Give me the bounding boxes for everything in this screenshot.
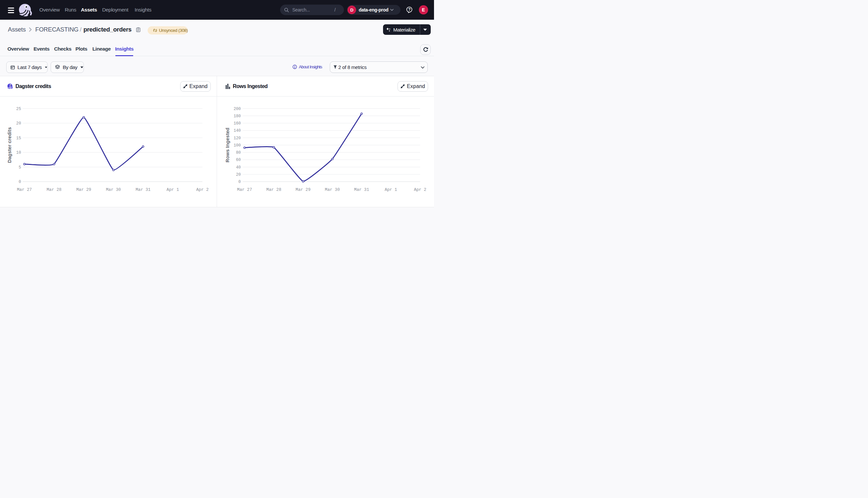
svg-text:25: 25 bbox=[16, 107, 21, 112]
svg-text:80: 80 bbox=[236, 150, 241, 155]
svg-text:Apr 1: Apr 1 bbox=[385, 187, 397, 192]
svg-text:140: 140 bbox=[233, 129, 241, 133]
svg-text:100: 100 bbox=[233, 143, 241, 148]
svg-text:Mar 27: Mar 27 bbox=[237, 187, 252, 192]
svg-text:15: 15 bbox=[16, 136, 21, 141]
svg-text:Mar 28: Mar 28 bbox=[266, 187, 281, 192]
svg-text:180: 180 bbox=[233, 114, 241, 119]
svg-text:Mar 27: Mar 27 bbox=[17, 187, 32, 192]
svg-text:200: 200 bbox=[233, 107, 241, 112]
svg-text:Apr 2: Apr 2 bbox=[196, 187, 209, 192]
svg-text:Mar 29: Mar 29 bbox=[76, 187, 91, 192]
svg-text:0: 0 bbox=[19, 180, 21, 184]
svg-text:Mar 31: Mar 31 bbox=[354, 187, 369, 192]
svg-text:Mar 31: Mar 31 bbox=[136, 187, 151, 192]
svg-text:Mar 28: Mar 28 bbox=[47, 187, 62, 192]
svg-text:Mar 30: Mar 30 bbox=[106, 187, 121, 192]
svg-text:60: 60 bbox=[236, 158, 241, 162]
svg-text:10: 10 bbox=[16, 150, 21, 155]
svg-text:0: 0 bbox=[238, 180, 241, 184]
svg-text:Mar 29: Mar 29 bbox=[296, 187, 310, 192]
svg-text:20: 20 bbox=[236, 172, 241, 177]
svg-text:Dagster credits: Dagster credits bbox=[7, 127, 12, 163]
svg-text:5: 5 bbox=[19, 165, 21, 170]
svg-text:Apr 1: Apr 1 bbox=[167, 187, 179, 192]
svg-text:Rows Ingested: Rows Ingested bbox=[225, 128, 230, 162]
svg-text:Mar 30: Mar 30 bbox=[325, 187, 340, 192]
svg-text:40: 40 bbox=[236, 165, 241, 170]
svg-text:Apr 2: Apr 2 bbox=[414, 187, 426, 192]
svg-text:120: 120 bbox=[233, 136, 241, 141]
svg-text:160: 160 bbox=[233, 121, 241, 126]
svg-text:20: 20 bbox=[16, 121, 21, 126]
